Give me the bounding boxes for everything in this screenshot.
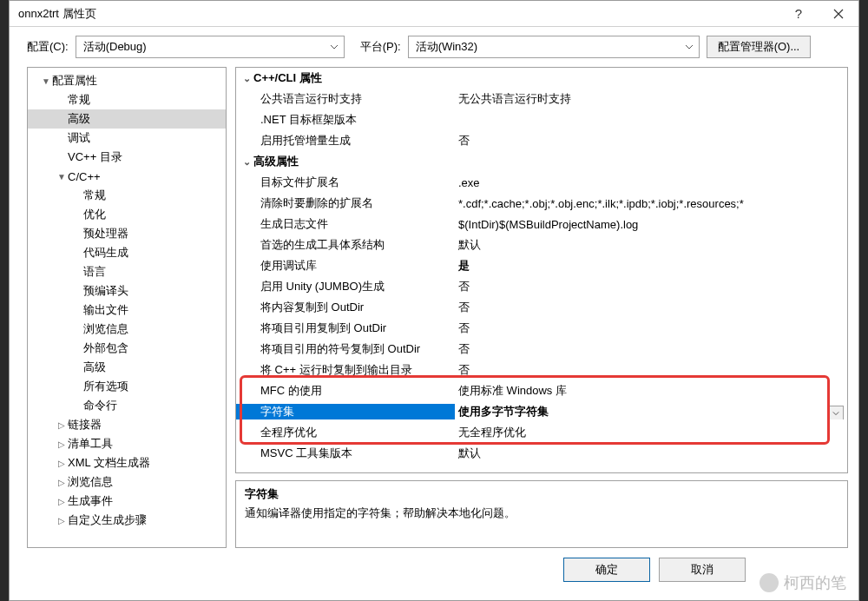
property-row[interactable]: 启用托管增量生成否 bbox=[236, 130, 847, 151]
tree-item[interactable]: ▷清单工具 bbox=[28, 434, 226, 453]
property-name: .NET 目标框架版本 bbox=[236, 112, 455, 128]
tree-item-label: 语言 bbox=[83, 264, 106, 280]
tree-item-label: 外部包含 bbox=[83, 340, 128, 356]
property-row[interactable]: 将内容复制到 OutDir否 bbox=[236, 297, 847, 318]
dropdown-button[interactable] bbox=[828, 406, 844, 419]
property-row[interactable]: 将项目引用的符号复制到 OutDir否 bbox=[236, 339, 847, 360]
platform-label: 平台(P): bbox=[360, 39, 401, 55]
tree-item[interactable]: 代码生成 bbox=[28, 243, 226, 262]
window-title: onnx2trt 属性页 bbox=[18, 6, 96, 22]
property-value[interactable]: 无公共语言运行时支持 bbox=[455, 91, 847, 107]
property-name: 将项目引用复制到 OutDir bbox=[236, 320, 455, 336]
tree-item[interactable]: ▷浏览信息 bbox=[28, 472, 226, 492]
property-row[interactable]: 清除时要删除的扩展名*.cdf;*.cache;*.obj;*.obj.enc;… bbox=[236, 193, 847, 214]
category-tree[interactable]: ▼配置属性常规高级调试VC++ 目录▼C/C++常规优化预处理器代码生成语言预编… bbox=[27, 67, 227, 548]
property-row[interactable]: MFC 的使用使用标准 Windows 库 bbox=[236, 380, 847, 401]
tree-item-label: 浏览信息 bbox=[83, 321, 128, 337]
property-value[interactable]: 否 bbox=[455, 320, 847, 336]
config-label: 配置(C): bbox=[27, 39, 69, 55]
property-row[interactable]: .NET 目标框架版本 bbox=[236, 109, 847, 130]
property-name: 启用 Unity (JUMBO)生成 bbox=[236, 279, 455, 294]
tree-item-label: 生成事件 bbox=[68, 493, 113, 509]
property-value[interactable]: 否 bbox=[455, 279, 847, 294]
tree-item-label: C/C++ bbox=[68, 170, 101, 183]
property-row[interactable]: 公共语言运行时支持无公共语言运行时支持 bbox=[236, 89, 847, 109]
property-name: 将 C++ 运行时复制到输出目录 bbox=[236, 362, 455, 378]
property-value[interactable]: 否 bbox=[455, 133, 847, 149]
tree-item[interactable]: 语言 bbox=[28, 262, 226, 281]
tree-item[interactable]: ▷自定义生成步骤 bbox=[28, 511, 226, 530]
property-value[interactable]: 否 bbox=[455, 341, 847, 357]
tree-item[interactable]: 预编译头 bbox=[28, 281, 226, 300]
collapsed-icon[interactable]: ▷ bbox=[56, 478, 68, 487]
config-value: 活动(Debug) bbox=[83, 39, 330, 55]
expanded-icon[interactable]: ▼ bbox=[40, 76, 52, 86]
tree-item[interactable]: 常规 bbox=[28, 186, 226, 205]
tree-item[interactable]: 调试 bbox=[28, 129, 226, 148]
tree-item[interactable]: 输出文件 bbox=[28, 300, 226, 320]
collapsed-icon[interactable]: ▷ bbox=[56, 497, 68, 506]
collapsed-icon[interactable]: ▷ bbox=[56, 439, 68, 449]
tree-item[interactable]: 高级 bbox=[28, 358, 226, 377]
property-row[interactable]: 目标文件扩展名.exe bbox=[236, 172, 847, 193]
property-row[interactable]: 启用 Unity (JUMBO)生成否 bbox=[236, 276, 847, 297]
property-value[interactable]: 使用标准 Windows 库 bbox=[455, 383, 847, 399]
tree-item[interactable]: ▷生成事件 bbox=[28, 492, 226, 511]
tree-item[interactable]: 常规 bbox=[28, 90, 226, 109]
property-row[interactable]: 将项目引用复制到 OutDir否 bbox=[236, 318, 847, 339]
collapse-icon[interactable]: ⌄ bbox=[236, 73, 250, 84]
tree-item-label: 优化 bbox=[83, 207, 106, 222]
tree-item[interactable]: 命令行 bbox=[28, 396, 226, 415]
property-value[interactable]: *.cdf;*.cache;*.obj;*.obj.enc;*.ilk;*.ip… bbox=[455, 197, 847, 210]
property-row[interactable]: 使用调试库是 bbox=[236, 255, 847, 276]
property-row[interactable]: 生成日志文件$(IntDir)$(MSBuildProjectName).log bbox=[236, 214, 847, 234]
tree-item-label: 自定义生成步骤 bbox=[68, 512, 147, 528]
property-row[interactable]: 字符集使用多字节字符集 bbox=[236, 401, 847, 422]
tree-item[interactable]: ▼配置属性 bbox=[28, 71, 226, 90]
help-button[interactable]: ? bbox=[779, 1, 819, 27]
tree-item[interactable]: ▷XML 文档生成器 bbox=[28, 453, 226, 472]
tree-item[interactable]: VC++ 目录 bbox=[28, 148, 226, 167]
tree-item-label: 高级 bbox=[68, 111, 90, 127]
tree-item[interactable]: 高级 bbox=[28, 109, 226, 129]
property-value[interactable]: 是 bbox=[455, 258, 847, 274]
property-value[interactable]: 否 bbox=[455, 362, 847, 378]
collapse-icon[interactable]: ⌄ bbox=[236, 156, 250, 168]
property-value[interactable]: 默认 bbox=[455, 237, 847, 253]
property-value[interactable]: 默认 bbox=[455, 446, 847, 461]
property-value[interactable]: 使用多字节字符集 bbox=[455, 404, 847, 419]
property-value[interactable]: 否 bbox=[455, 300, 847, 315]
platform-combo[interactable]: 活动(Win32) bbox=[408, 36, 700, 58]
property-value[interactable]: .exe bbox=[455, 176, 847, 189]
cancel-button[interactable]: 取消 bbox=[659, 558, 746, 582]
property-value[interactable]: 无全程序优化 bbox=[455, 425, 847, 440]
tree-item-label: 输出文件 bbox=[83, 302, 128, 318]
config-combo[interactable]: 活动(Debug) bbox=[76, 36, 345, 58]
collapsed-icon[interactable]: ▷ bbox=[56, 516, 68, 525]
property-category[interactable]: ⌄C++/CLI 属性 bbox=[236, 68, 847, 89]
property-row[interactable]: 首选的生成工具体系结构默认 bbox=[236, 234, 847, 255]
collapsed-icon[interactable]: ▷ bbox=[56, 420, 68, 430]
property-value[interactable]: $(IntDir)$(MSBuildProjectName).log bbox=[455, 218, 847, 231]
property-row[interactable]: 全程序优化无全程序优化 bbox=[236, 422, 847, 443]
tree-item[interactable]: 所有选项 bbox=[28, 377, 226, 396]
tree-item[interactable]: ▼C/C++ bbox=[28, 167, 226, 186]
chevron-down-icon bbox=[685, 43, 694, 51]
ok-button[interactable]: 确定 bbox=[563, 558, 650, 582]
close-button[interactable] bbox=[819, 1, 858, 27]
platform-value: 活动(Win32) bbox=[416, 39, 685, 55]
collapsed-icon[interactable]: ▷ bbox=[56, 459, 68, 468]
config-manager-button[interactable]: 配置管理器(O)... bbox=[707, 36, 812, 58]
tree-item[interactable]: ▷链接器 bbox=[28, 415, 226, 434]
property-row[interactable]: MSVC 工具集版本默认 bbox=[236, 443, 847, 464]
tree-item[interactable]: 优化 bbox=[28, 205, 226, 224]
property-category[interactable]: ⌄高级属性 bbox=[236, 151, 847, 172]
property-name: 生成日志文件 bbox=[236, 216, 455, 232]
tree-item-label: 调试 bbox=[68, 130, 90, 146]
tree-item[interactable]: 外部包含 bbox=[28, 339, 226, 358]
expanded-icon[interactable]: ▼ bbox=[56, 172, 68, 182]
property-row[interactable]: 将 C++ 运行时复制到输出目录否 bbox=[236, 360, 847, 380]
tree-item[interactable]: 浏览信息 bbox=[28, 320, 226, 339]
property-grid[interactable]: ⌄C++/CLI 属性公共语言运行时支持无公共语言运行时支持.NET 目标框架版… bbox=[235, 67, 848, 473]
tree-item[interactable]: 预处理器 bbox=[28, 224, 226, 243]
